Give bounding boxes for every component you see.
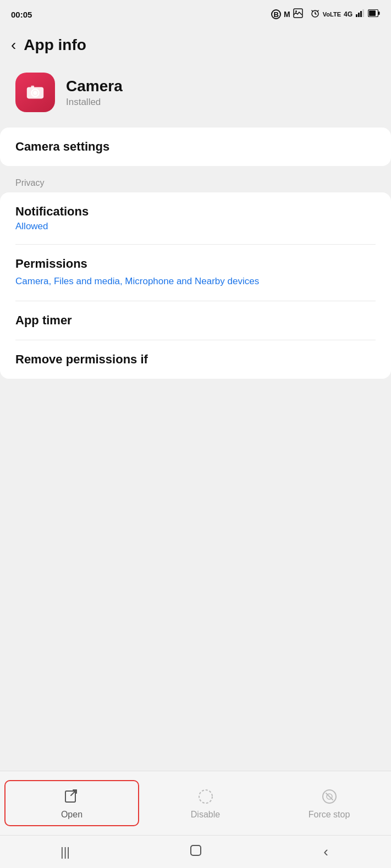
svg-point-12 bbox=[33, 91, 37, 95]
camera-settings-label: Camera settings bbox=[15, 140, 376, 154]
permissions-title: Permissions bbox=[15, 257, 376, 271]
permissions-details: Camera, Files and media, Microphone and … bbox=[15, 274, 376, 289]
svg-point-15 bbox=[199, 790, 212, 803]
force-stop-label: Force stop bbox=[309, 810, 350, 820]
4g-icon: 4G bbox=[344, 10, 353, 18]
home-button[interactable] bbox=[130, 836, 261, 868]
privacy-card: Notifications Allowed Permissions Camera… bbox=[0, 192, 391, 379]
app-timer-title: App timer bbox=[15, 313, 376, 328]
svg-rect-5 bbox=[360, 11, 362, 17]
alarm-icon bbox=[310, 8, 320, 20]
svg-rect-13 bbox=[31, 86, 34, 89]
recent-apps-icon: ||| bbox=[60, 845, 70, 859]
camera-settings-card[interactable]: Camera settings bbox=[0, 128, 391, 166]
gallery-icon bbox=[293, 8, 303, 20]
bottom-action-bar: Open Disable Force stop bbox=[0, 771, 391, 835]
notifications-item[interactable]: Notifications Allowed bbox=[0, 192, 391, 244]
gmail-icon: M bbox=[284, 10, 290, 19]
remove-permissions-item[interactable]: Remove permissions if bbox=[0, 340, 391, 379]
app-timer-item[interactable]: App timer bbox=[0, 301, 391, 340]
notifications-status: Allowed bbox=[15, 221, 376, 232]
recent-apps-button[interactable]: ||| bbox=[0, 836, 130, 868]
camera-app-icon bbox=[25, 82, 46, 103]
back-nav-icon: ‹ bbox=[323, 843, 328, 860]
app-icon bbox=[15, 73, 55, 112]
svg-point-1 bbox=[295, 10, 297, 12]
disable-label: Disable bbox=[191, 810, 220, 820]
b-icon: B bbox=[271, 9, 281, 19]
disable-button[interactable]: Disable bbox=[144, 787, 267, 820]
status-icons: B M VoLTE 4G bbox=[271, 8, 380, 20]
page-title: App info bbox=[24, 36, 86, 54]
privacy-section-label: Privacy bbox=[0, 170, 391, 192]
status-time: 00:05 bbox=[11, 10, 32, 19]
status-bar: 00:05 B M VoLTE 4G bbox=[0, 0, 391, 26]
svg-rect-4 bbox=[358, 13, 360, 17]
home-icon bbox=[189, 843, 203, 861]
open-label: Open bbox=[61, 810, 82, 820]
permissions-item[interactable]: Permissions Camera, Files and media, Mic… bbox=[0, 245, 391, 301]
svg-rect-9 bbox=[369, 10, 376, 16]
force-stop-icon bbox=[320, 787, 339, 806]
battery-icon bbox=[368, 9, 380, 19]
app-details: Camera Installed bbox=[66, 77, 123, 108]
remove-permissions-title: Remove permissions if bbox=[15, 352, 376, 367]
camera-settings-item[interactable]: Camera settings bbox=[0, 128, 391, 166]
app-install-status: Installed bbox=[66, 97, 123, 108]
signal-icon bbox=[355, 9, 365, 20]
open-icon bbox=[62, 787, 82, 806]
svg-rect-8 bbox=[378, 12, 380, 15]
svg-line-17 bbox=[326, 793, 333, 800]
app-name: Camera bbox=[66, 77, 123, 96]
open-button[interactable]: Open bbox=[4, 780, 139, 826]
app-info-section: Camera Installed bbox=[0, 62, 391, 128]
svg-rect-19 bbox=[191, 845, 201, 855]
notifications-title: Notifications bbox=[15, 204, 376, 219]
vol-icon: VoLTE bbox=[323, 11, 341, 18]
back-button[interactable]: ‹ bbox=[11, 36, 16, 54]
svg-rect-6 bbox=[362, 9, 364, 17]
force-stop-button[interactable]: Force stop bbox=[267, 787, 391, 820]
header: ‹ App info bbox=[0, 26, 391, 62]
back-nav-button[interactable]: ‹ bbox=[261, 836, 391, 868]
svg-rect-3 bbox=[356, 14, 357, 17]
nav-bar: ||| ‹ bbox=[0, 835, 391, 868]
disable-icon bbox=[196, 787, 216, 806]
